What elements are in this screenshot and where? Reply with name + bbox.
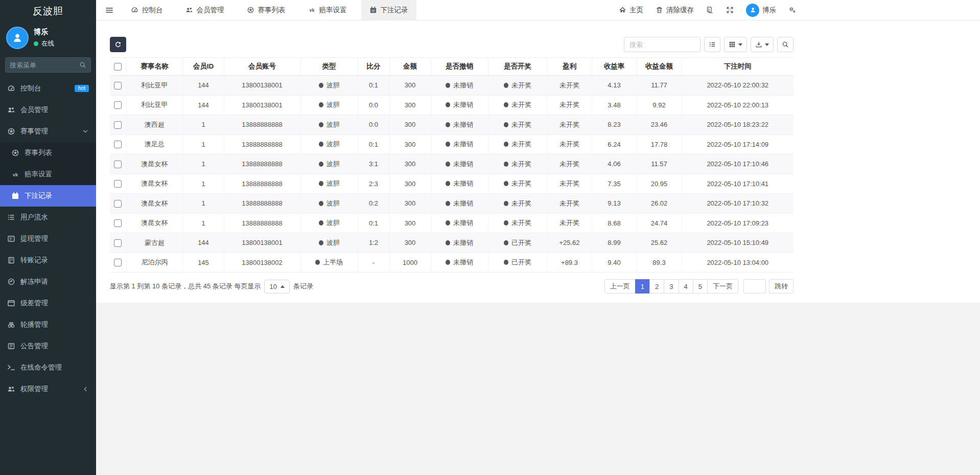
cell-income: 9.92 <box>637 95 682 115</box>
sidebar-item-权限管理[interactable]: 权限管理 <box>0 378 96 400</box>
export-button[interactable] <box>751 37 774 52</box>
toggle-view-button[interactable] <box>704 37 720 52</box>
cell-profit: 未开奖 <box>547 76 592 96</box>
jump-button[interactable]: 跳转 <box>769 279 794 293</box>
tab-赛事列表[interactable]: 赛事列表 <box>239 0 294 20</box>
sidebar-item-赛事管理[interactable]: 赛事管理 <box>0 121 96 142</box>
share-icon <box>7 278 15 286</box>
row-checkbox[interactable] <box>114 82 122 89</box>
sidebar-item-解冻申请[interactable]: 解冻申请 <box>0 271 96 292</box>
cell-type: 波胆 <box>300 174 358 194</box>
row-checkbox[interactable] <box>114 180 122 188</box>
cell-drawn: 未开奖 <box>488 174 547 194</box>
table-search-input[interactable] <box>624 37 701 52</box>
page-button-4[interactable]: 4 <box>679 279 693 293</box>
status-dot-icon <box>319 220 323 225</box>
jump-page-input[interactable] <box>743 279 766 293</box>
sidebar-item-会员管理[interactable]: 会员管理 <box>0 99 96 121</box>
sidebar-search-input[interactable] <box>10 61 79 69</box>
column-header: 会员账号 <box>224 58 300 76</box>
cell-revoked: 未撤销 <box>431 134 488 154</box>
search-icon[interactable] <box>79 61 86 69</box>
soccer-icon <box>247 6 254 14</box>
clear-cache-button[interactable]: 清除缓存 <box>656 6 694 15</box>
table-row: 澳足总113888888888波胆0:1300未撤销未开奖未开奖6.2417.7… <box>110 134 794 154</box>
search-toggle-button[interactable] <box>777 37 794 52</box>
page-button-1[interactable]: 1 <box>635 279 650 293</box>
page-button-2[interactable]: 2 <box>649 279 664 293</box>
caret-down-icon <box>738 43 742 46</box>
tab-下注记录[interactable]: 下注记录 <box>361 0 416 20</box>
fullscreen-button[interactable] <box>726 6 734 14</box>
home-button[interactable]: 主页 <box>619 6 643 15</box>
cell-member_id: 1 <box>183 174 224 194</box>
cell-account: 13800138002 <box>224 253 300 273</box>
select-all-checkbox[interactable] <box>114 63 122 71</box>
cell-account: 13888888888 <box>224 174 300 194</box>
prev-page-button[interactable]: 上一页 <box>604 279 636 293</box>
pagination-controls: 上一页12345下一页 跳转 <box>604 279 794 293</box>
menu-toggle-button[interactable] <box>99 0 120 20</box>
sidebar-item-转账记录[interactable]: 转账记录 <box>0 250 96 271</box>
row-checkbox[interactable] <box>114 101 122 109</box>
expand-icon <box>726 6 734 14</box>
app-logo: 反波胆 <box>0 0 96 22</box>
status-dot-icon <box>319 201 323 206</box>
column-header: 是否撤销 <box>431 58 488 76</box>
row-checkbox[interactable] <box>114 141 122 148</box>
sidebar-item-赛事列表[interactable]: 赛事列表 <box>0 142 96 164</box>
chevron-left-icon[interactable] <box>82 386 89 393</box>
tab-控制台[interactable]: 控制台 <box>123 0 171 20</box>
row-checkbox[interactable] <box>114 259 122 266</box>
cell-rate: 9.40 <box>592 253 637 273</box>
refresh-button[interactable] <box>110 37 126 52</box>
sidebar-item-级差管理[interactable]: 级差管理 <box>0 292 96 314</box>
records-table: 赛事名称会员ID会员账号类型比分金额是否撤销是否开奖盈利收益率收益金额下注时间 … <box>110 57 794 273</box>
sidebar-item-轮播管理[interactable]: 轮播管理 <box>0 314 96 335</box>
sidebar-item-用户流水[interactable]: 用户流水 <box>0 207 96 228</box>
sidebar-item-公告管理[interactable]: 公告管理 <box>0 335 96 357</box>
sidebar: 反波胆 博乐 在线 控制台hot会员管理赛事管理赛事列表vk赔率设置下注记录用户… <box>0 0 96 475</box>
cell-match: 澳足总 <box>126 134 183 154</box>
cell-drawn: 未开奖 <box>488 134 547 154</box>
settings-button[interactable] <box>788 6 796 14</box>
list-alt-icon <box>7 235 15 243</box>
user-status-label: 在线 <box>41 39 54 48</box>
search-icon <box>782 41 789 48</box>
sidebar-item-下注记录[interactable]: 下注记录 <box>0 185 96 207</box>
user-menu[interactable]: 博乐 <box>746 4 776 17</box>
tab-label: 赔率设置 <box>319 6 347 15</box>
cell-type: 波胆 <box>300 213 358 233</box>
cell-match: 澳昆女杯 <box>126 213 183 233</box>
page-button-3[interactable]: 3 <box>664 279 679 293</box>
row-checkbox[interactable] <box>114 121 122 129</box>
status-dot-icon <box>319 181 323 186</box>
sidebar-item-在线命令管理[interactable]: 在线命令管理 <box>0 357 96 378</box>
cell-revoked: 未撤销 <box>431 76 488 96</box>
next-page-button[interactable]: 下一页 <box>707 279 738 293</box>
cell-score: - <box>358 253 389 273</box>
sidebar-menu: 控制台hot会员管理赛事管理赛事列表vk赔率设置下注记录用户流水提现管理转账记录… <box>0 78 96 475</box>
column-header: 类型 <box>300 58 358 76</box>
tab-赔率设置[interactable]: vk赔率设置 <box>300 0 355 20</box>
status-dot-icon <box>319 142 323 147</box>
row-checkbox[interactable] <box>114 239 122 247</box>
page-size-dropdown[interactable]: 10 <box>264 280 289 293</box>
cell-score: 1:2 <box>358 233 389 253</box>
status-dot-icon <box>319 240 323 245</box>
sidebar-item-赔率设置[interactable]: vk赔率设置 <box>0 164 96 185</box>
tab-会员管理[interactable]: 会员管理 <box>177 0 232 20</box>
sidebar-item-label: 提现管理 <box>20 234 89 243</box>
copy-page-button[interactable] <box>706 6 714 14</box>
row-checkbox[interactable] <box>114 161 122 168</box>
status-dot-icon <box>504 220 508 225</box>
row-checkbox[interactable] <box>114 200 122 208</box>
row-checkbox[interactable] <box>114 219 122 227</box>
sidebar-item-控制台[interactable]: 控制台hot <box>0 78 96 99</box>
sidebar-item-提现管理[interactable]: 提现管理 <box>0 228 96 250</box>
page-button-5[interactable]: 5 <box>693 279 708 293</box>
status-dot-icon <box>446 142 450 147</box>
columns-button[interactable] <box>724 37 747 52</box>
column-header: 盈利 <box>547 58 592 76</box>
status-dot-icon <box>315 260 320 265</box>
